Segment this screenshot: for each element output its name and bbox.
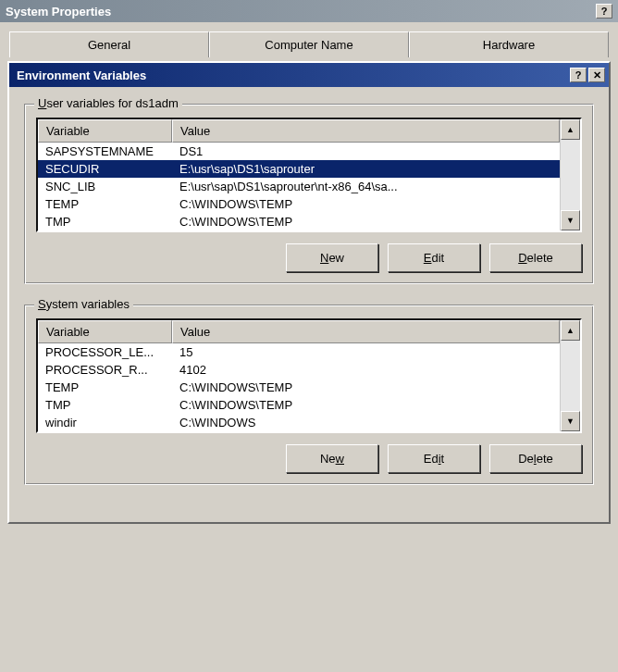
new-button[interactable]: New bbox=[286, 243, 378, 272]
value-cell: DS1 bbox=[172, 144, 560, 158]
variable-cell: TEMP bbox=[38, 197, 172, 211]
value-cell: 4102 bbox=[172, 363, 560, 377]
table-row[interactable]: TMPC:\WINDOWS\TEMP bbox=[38, 213, 560, 230]
scroll-up-icon[interactable]: ▲ bbox=[561, 320, 580, 341]
variable-cell: TEMP bbox=[38, 380, 172, 394]
system-variables-group: System variables Variable Value PROCESSO… bbox=[24, 305, 594, 485]
system-variables-label: System variables bbox=[34, 297, 133, 311]
table-row[interactable]: SECUDIRE:\usr\sap\DS1\saprouter bbox=[38, 160, 560, 178]
system-variables-list[interactable]: Variable Value PROCESSOR_LE...15PROCESSO… bbox=[36, 318, 582, 433]
user-variables-label: User variables for ds1adm bbox=[34, 96, 182, 110]
scroll-track[interactable] bbox=[561, 341, 580, 411]
system-properties-titlebar: System Properties ? bbox=[0, 0, 618, 22]
edit-button[interactable]: Edit bbox=[388, 243, 480, 272]
help-icon[interactable]: ? bbox=[596, 4, 612, 19]
value-cell: E:\usr\sap\DS1\saprouter bbox=[172, 162, 560, 176]
variable-cell: SECUDIR bbox=[38, 162, 172, 176]
window-title: System Properties bbox=[6, 5, 111, 19]
scroll-down-icon[interactable]: ▼ bbox=[561, 210, 580, 230]
value-cell: C:\WINDOWS\TEMP bbox=[172, 398, 560, 412]
value-cell: C:\WINDOWS\TEMP bbox=[172, 197, 560, 211]
user-scrollbar[interactable]: ▲ ▼ bbox=[560, 119, 580, 230]
table-row[interactable]: TEMPC:\WINDOWS\TEMP bbox=[38, 195, 560, 213]
table-row[interactable]: windirC:\WINDOWS bbox=[38, 414, 560, 431]
value-cell: C:\WINDOWS\TEMP bbox=[172, 215, 560, 229]
table-row[interactable]: SAPSYSTEMNAMEDS1 bbox=[38, 143, 560, 160]
variable-cell: windir bbox=[38, 416, 172, 429]
close-icon[interactable]: ✕ bbox=[588, 68, 605, 82]
table-row[interactable]: TEMPC:\WINDOWS\TEMP bbox=[38, 379, 560, 396]
variable-cell: SNC_LIB bbox=[38, 180, 172, 193]
value-cell: C:\WINDOWS bbox=[172, 416, 560, 429]
table-row[interactable]: PROCESSOR_R...4102 bbox=[38, 361, 560, 379]
tab-general[interactable]: General bbox=[9, 31, 209, 57]
user-variables-group: User variables for ds1adm Variable Value… bbox=[24, 104, 594, 284]
tab-hardware[interactable]: Hardware bbox=[409, 31, 609, 57]
edit-button[interactable]: Edit bbox=[388, 444, 480, 473]
user-variables-list[interactable]: Variable Value SAPSYSTEMNAMEDS1SECUDIRE:… bbox=[36, 118, 582, 232]
column-header-value[interactable]: Value bbox=[172, 119, 560, 143]
value-cell: C:\WINDOWS\TEMP bbox=[172, 380, 560, 394]
value-cell: E:\usr\sap\DS1\saprouter\nt-x86_64\sa... bbox=[172, 180, 560, 193]
scroll-up-icon[interactable]: ▲ bbox=[561, 119, 580, 140]
tab-computer-name[interactable]: Computer Name bbox=[209, 31, 409, 57]
scroll-down-icon[interactable]: ▼ bbox=[561, 411, 580, 431]
environment-variables-dialog: Environment Variables ? ✕ User variables… bbox=[7, 61, 611, 524]
variable-cell: TMP bbox=[38, 215, 172, 229]
system-scrollbar[interactable]: ▲ ▼ bbox=[560, 320, 580, 431]
tabstrip: General Computer Name Hardware bbox=[0, 22, 618, 57]
dialog-help-icon[interactable]: ? bbox=[570, 68, 587, 82]
variable-cell: PROCESSOR_R... bbox=[38, 363, 172, 377]
delete-button[interactable]: Delete bbox=[489, 243, 582, 272]
column-header-variable[interactable]: Variable bbox=[38, 119, 172, 143]
table-row[interactable]: TMPC:\WINDOWS\TEMP bbox=[38, 396, 560, 414]
table-row[interactable]: SNC_LIBE:\usr\sap\DS1\saprouter\nt-x86_6… bbox=[38, 178, 560, 195]
value-cell: 15 bbox=[172, 345, 560, 359]
variable-cell: PROCESSOR_LE... bbox=[38, 345, 172, 359]
new-button[interactable]: New bbox=[286, 444, 378, 473]
delete-button[interactable]: Delete bbox=[489, 444, 582, 473]
variable-cell: TMP bbox=[38, 398, 172, 412]
table-row[interactable]: PROCESSOR_LE...15 bbox=[38, 343, 560, 361]
column-header-value[interactable]: Value bbox=[172, 320, 560, 343]
scroll-track[interactable] bbox=[561, 140, 580, 210]
dialog-title: Environment Variables bbox=[17, 68, 146, 82]
dialog-titlebar: Environment Variables ? ✕ bbox=[9, 63, 609, 87]
variable-cell: SAPSYSTEMNAME bbox=[38, 144, 172, 158]
column-header-variable[interactable]: Variable bbox=[38, 320, 172, 343]
